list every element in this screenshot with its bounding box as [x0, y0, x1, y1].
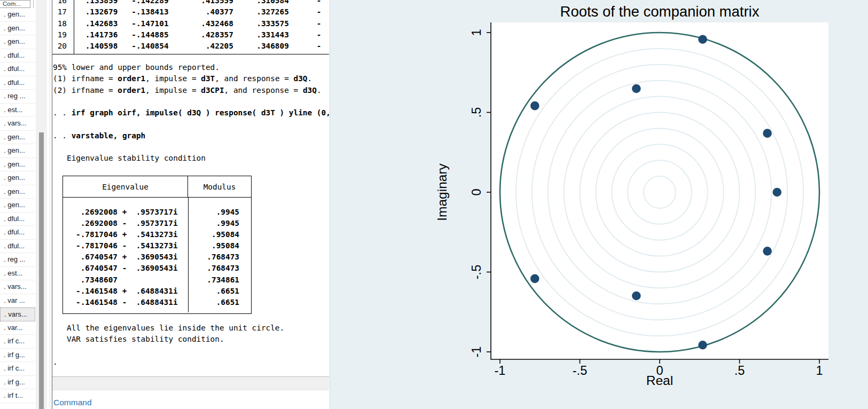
x-tick-label: 1 [816, 364, 823, 377]
x-axis-title: Real [646, 373, 673, 388]
y-tick-label: -1 [470, 347, 483, 358]
eigenvalue-row-2: -.7817046 + .5413273i.95084 [63, 229, 251, 240]
history-item-6[interactable]: . reg ... [0, 90, 35, 104]
y-axis-title: Imaginary [435, 163, 449, 221]
y-tick-label: .5 [470, 107, 483, 118]
history-scrollbar-thumb[interactable] [39, 132, 44, 409]
eigenvalue-point [530, 101, 539, 111]
history-item-4[interactable]: . dful... [0, 62, 35, 76]
eigenvalue-row-4: .6740547 + .3690543i.768473 [63, 251, 251, 263]
history-item-8[interactable]: . vars... [0, 117, 35, 131]
x-tick-label: .5 [734, 364, 745, 377]
stata-window: Com... . gen.... gen.... gen.... dful...… [0, 0, 868, 409]
y-tick-label: 1 [470, 29, 483, 36]
y-tick-label: 0 [470, 188, 483, 195]
history-item-26[interactable]: . irf c... [0, 362, 35, 376]
results-pane: 16 .133859 -.142289 .413559 .310584 - 17… [52, 0, 329, 409]
eigenvalue-point [698, 35, 707, 44]
history-item-7[interactable]: . est... [0, 104, 35, 117]
history-item-22[interactable]: . vars... [0, 308, 35, 321]
eigenvalue-row-7: -.1461548 + .6488431i.6651 [63, 286, 251, 297]
history-pane: Com... . gen.... gen.... gen.... dful...… [0, 0, 50, 409]
history-list: . gen.... gen.... gen.... dful.... dful.… [0, 8, 35, 403]
eigenvalue-row-8: -.1461548 - .6488431i.6651 [63, 297, 251, 308]
roots-of-companion-matrix-chart: -1-.50.51-1-.50.51ImaginaryRealRoots of … [330, 0, 868, 409]
history-item-14[interactable]: . gen... [0, 199, 35, 213]
history-item-18[interactable]: . reg ... [0, 253, 35, 267]
eigenvalue-point [772, 188, 781, 197]
history-item-11[interactable]: . gen... [0, 158, 35, 172]
history-item-2[interactable]: . gen... [0, 35, 35, 49]
results-text-block-2: All the eigenvalues lie inside the unit … [53, 323, 284, 368]
history-item-13[interactable]: . gen... [0, 185, 35, 199]
history-column-header-label: Com... [3, 1, 21, 7]
eigenvalue-table-body: .2692008 + .9573717i.9945 .2692008 - .95… [63, 198, 251, 312]
eigenvalue-column-header: Eigenvalue [63, 176, 188, 197]
graph-window: -1-.50.51-1-.50.51ImaginaryRealRoots of … [330, 0, 868, 409]
history-item-12[interactable]: . gen... [0, 171, 35, 185]
history-item-9[interactable]: . gen... [0, 131, 35, 145]
history-item-10[interactable]: . gen... [0, 144, 35, 158]
history-item-1[interactable]: . gen... [0, 22, 35, 36]
history-item-27[interactable]: . irf g... [0, 376, 35, 390]
pane-divider-light [50, 0, 50, 409]
results-text-block-1: 95% lower and upper bounds reported.(1) … [53, 62, 329, 164]
chart-title: Roots of the companion matrix [560, 3, 760, 20]
history-column-divider [33, 0, 34, 8]
eigenvalue-row-6: .7348607.734861 [63, 274, 251, 286]
history-item-20[interactable]: . vars... [0, 280, 35, 294]
history-item-24[interactable]: . irf c... [0, 335, 35, 349]
eigenvalue-row-5: .6740547 - .3690543i.768473 [63, 263, 251, 274]
eigenvalue-table: Eigenvalue Modulus .2692008 + .9573717i.… [62, 176, 252, 314]
history-scrollbar[interactable] [36, 0, 47, 409]
eigenvalue-point [763, 129, 772, 138]
eigenvalue-point [698, 341, 707, 350]
history-item-19[interactable]: . est... [0, 267, 35, 281]
eigenvalue-point [632, 84, 641, 93]
eigenvalue-row-3: -.7817046 - .5413273i.95084 [63, 240, 251, 251]
modulus-column-header: Modulus [188, 176, 251, 197]
eigenvalue-table-divider [188, 198, 189, 312]
irf-table-vertical-rule [74, 0, 74, 54]
history-item-0[interactable]: . gen... [0, 8, 35, 22]
results-horizontal-scrollbar[interactable] [52, 377, 329, 390]
eigenvalue-point [530, 274, 539, 284]
eigenvalue-point [632, 292, 641, 301]
irf-table-bottom-rule [52, 54, 329, 54]
command-pane-title: Command [53, 397, 92, 408]
history-item-28[interactable]: . irf t... [0, 389, 35, 403]
history-item-23[interactable]: . var... [0, 321, 35, 335]
history-item-17[interactable]: . dful... [0, 240, 35, 254]
x-tick-label: -.5 [573, 364, 587, 377]
eigenvalue-row-0: .2692008 + .9573717i.9945 [63, 207, 251, 218]
eigenvalue-row-1: .2692008 - .9573717i.9945 [63, 218, 251, 229]
history-item-21[interactable]: . var ... [0, 294, 35, 308]
history-item-15[interactable]: . dful... [0, 213, 35, 226]
history-item-5[interactable]: . dful... [0, 76, 35, 90]
command-pane: Command [52, 391, 329, 409]
history-item-16[interactable]: . dful... [0, 226, 35, 240]
history-item-3[interactable]: . dful... [0, 49, 35, 63]
history-column-header[interactable]: Com... [0, 0, 30, 8]
history-item-25[interactable]: . irf g... [0, 349, 35, 363]
eigenvalue-table-header: Eigenvalue Modulus [63, 176, 251, 198]
irf-results-table: 16 .133859 -.142289 .413559 .310584 - 17… [53, 0, 322, 52]
eigenvalue-point [763, 247, 772, 256]
y-tick-label: -.5 [470, 265, 483, 279]
x-tick-label: -1 [495, 364, 506, 377]
